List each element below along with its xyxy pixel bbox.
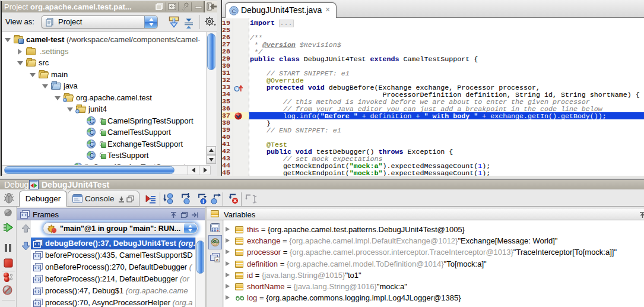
svg-text:C: C bbox=[232, 7, 236, 14]
svg-text:a: a bbox=[216, 257, 219, 262]
